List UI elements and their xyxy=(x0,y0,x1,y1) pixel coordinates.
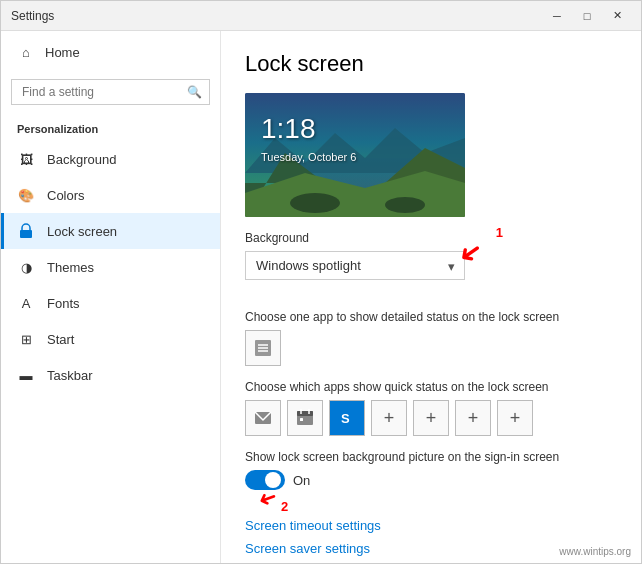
sidebar-item-label: Background xyxy=(47,152,116,167)
skype-app-icon[interactable]: S xyxy=(329,400,365,436)
colors-icon: 🎨 xyxy=(17,186,35,204)
sidebar-item-fonts[interactable]: A Fonts xyxy=(1,285,220,321)
sidebar-item-colors[interactable]: 🎨 Colors xyxy=(1,177,220,213)
sidebar-item-label: Colors xyxy=(47,188,85,203)
main-content: Lock screen xyxy=(221,31,641,563)
background-label: Background xyxy=(245,231,617,245)
detailed-status-label: Choose one app to show detailed status o… xyxy=(245,310,617,324)
sidebar-item-label: Lock screen xyxy=(47,224,117,239)
svg-rect-15 xyxy=(297,411,313,416)
search-input[interactable] xyxy=(11,79,210,105)
lockscreen-date: Tuesday, October 6 xyxy=(261,151,356,163)
annotation-badge-2: 2 xyxy=(281,499,288,514)
mail-app-icon[interactable] xyxy=(245,400,281,436)
plus-icon-3: + xyxy=(468,408,479,429)
sidebar-item-lockscreen[interactable]: Lock screen xyxy=(1,213,220,249)
start-icon: ⊞ xyxy=(17,330,35,348)
watermark: www.wintips.org xyxy=(559,546,631,557)
themes-icon: ◑ xyxy=(17,258,35,276)
page-title: Lock screen xyxy=(245,51,617,77)
sidebar-item-label: Taskbar xyxy=(47,368,93,383)
show-picture-label: Show lock screen background picture on t… xyxy=(245,450,617,464)
calendar-app-icon[interactable] xyxy=(287,400,323,436)
add-app-1[interactable]: + xyxy=(371,400,407,436)
mail-icon xyxy=(253,408,273,428)
background-icon: 🖼 xyxy=(17,150,35,168)
svg-text:S: S xyxy=(341,411,350,426)
minimize-button[interactable]: ─ xyxy=(543,2,571,30)
section-title: Personalization xyxy=(1,115,220,141)
plus-icon-2: + xyxy=(426,408,437,429)
titlebar: Settings ─ □ ✕ xyxy=(1,1,641,31)
detailed-app-icon[interactable] xyxy=(245,330,281,366)
svg-rect-18 xyxy=(300,418,303,421)
skype-icon: S xyxy=(337,408,357,428)
titlebar-controls: ─ □ ✕ xyxy=(543,2,631,30)
window-title: Settings xyxy=(11,9,54,23)
background-dropdown-wrapper: Windows spotlight Picture Slideshow ▾ ➜ … xyxy=(245,251,465,280)
close-button[interactable]: ✕ xyxy=(603,2,631,30)
fonts-icon: A xyxy=(17,294,35,312)
toggle-row: On ➜ 2 xyxy=(245,470,617,490)
home-icon: ⌂ xyxy=(17,43,35,61)
sidebar-item-taskbar[interactable]: ▬ Taskbar xyxy=(1,357,220,393)
lockscreen-time: 1:18 xyxy=(261,113,316,145)
sidebar: ⌂ Home 🔍 Personalization 🖼 Background 🎨 … xyxy=(1,31,221,563)
toggle-label: On xyxy=(293,473,310,488)
add-app-4[interactable]: + xyxy=(497,400,533,436)
maximize-button[interactable]: □ xyxy=(573,2,601,30)
taskbar-icon: ▬ xyxy=(17,366,35,384)
search-container: 🔍 xyxy=(11,79,210,105)
app-icon-svg xyxy=(253,338,273,358)
svg-point-7 xyxy=(290,193,340,213)
titlebar-left: Settings xyxy=(11,9,54,23)
background-dropdown[interactable]: Windows spotlight Picture Slideshow xyxy=(245,251,465,280)
lockscreen-icon xyxy=(17,222,35,240)
svg-point-8 xyxy=(385,197,425,213)
window-content: ⌂ Home 🔍 Personalization 🖼 Background 🎨 … xyxy=(1,31,641,563)
quick-apps-row: S + + + + xyxy=(245,400,617,436)
settings-window: Settings ─ □ ✕ ⌂ Home 🔍 Personalization … xyxy=(0,0,642,564)
sidebar-item-start[interactable]: ⊞ Start xyxy=(1,321,220,357)
sidebar-item-label: Start xyxy=(47,332,74,347)
sidebar-item-label: Themes xyxy=(47,260,94,275)
sidebar-home-item[interactable]: ⌂ Home xyxy=(1,31,220,73)
plus-icon-4: + xyxy=(510,408,521,429)
calendar-icon xyxy=(295,408,315,428)
quick-status-label: Choose which apps show quick status on t… xyxy=(245,380,617,394)
search-icon: 🔍 xyxy=(187,85,202,99)
detailed-apps-row xyxy=(245,330,617,366)
home-label: Home xyxy=(45,45,80,60)
sidebar-item-background[interactable]: 🖼 Background xyxy=(1,141,220,177)
sidebar-item-label: Fonts xyxy=(47,296,80,311)
add-app-2[interactable]: + xyxy=(413,400,449,436)
plus-icon-1: + xyxy=(384,408,395,429)
lockscreen-preview: 1:18 Tuesday, October 6 xyxy=(245,93,465,217)
sidebar-item-themes[interactable]: ◑ Themes xyxy=(1,249,220,285)
add-app-3[interactable]: + xyxy=(455,400,491,436)
screen-timeout-link[interactable]: Screen timeout settings xyxy=(245,518,617,533)
toggle-switch[interactable] xyxy=(245,470,285,490)
svg-rect-0 xyxy=(20,230,32,238)
